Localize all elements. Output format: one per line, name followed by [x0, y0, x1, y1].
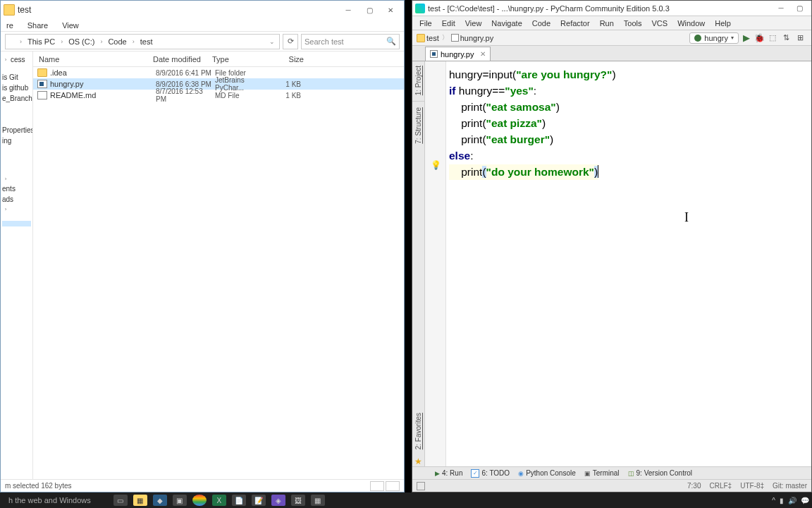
- file-row[interactable]: README.md8/7/2016 12:53 PMMD File1 KB: [33, 90, 404, 101]
- app-icon[interactable]: 📄: [232, 495, 246, 506]
- network-icon[interactable]: ▮: [780, 497, 784, 504]
- minimize-button[interactable]: ─: [338, 3, 359, 17]
- view-details-icon[interactable]: [370, 481, 384, 491]
- system-tray[interactable]: ^ ▮ 🔊 💬: [772, 497, 809, 504]
- maximize-button[interactable]: ▢: [790, 2, 808, 15]
- nav-item-selected[interactable]: [2, 221, 31, 226]
- nav-item[interactable]: Properties: [2, 125, 31, 135]
- menu-code[interactable]: Code: [528, 18, 555, 29]
- nav-item[interactable]: ents: [2, 183, 31, 194]
- todo-tool[interactable]: 6: TODO: [471, 469, 510, 478]
- windows-taskbar[interactable]: h the web and Windows ▭ ▦ ◆ ▣ X 📄 📝 ◈ 🖼 …: [0, 492, 812, 508]
- project-tool[interactable]: 1: Project: [414, 61, 422, 99]
- close-tab-icon[interactable]: ✕: [480, 50, 486, 58]
- nav-item[interactable]: ›cess: [2, 54, 31, 65]
- editor-tab[interactable]: hungry.py ✕: [425, 47, 491, 61]
- chevron-right-icon[interactable]: ›: [131, 38, 136, 45]
- nav-item[interactable]: e_Branch: [2, 93, 31, 104]
- col-date[interactable]: Date modified: [153, 55, 212, 64]
- taskbar-search[interactable]: h the web and Windows: [3, 496, 97, 504]
- status-tool-icon[interactable]: [417, 482, 425, 490]
- breadcrumb-file[interactable]: hungry.py: [451, 34, 494, 42]
- search-icon[interactable]: ⊞: [797, 33, 807, 43]
- breadcrumb-project[interactable]: test: [417, 34, 439, 42]
- col-type[interactable]: Type: [212, 55, 269, 64]
- chevron-right-icon[interactable]: ›: [18, 38, 23, 45]
- menu-view[interactable]: View: [461, 18, 486, 29]
- search-icon: 🔍: [386, 37, 396, 46]
- navigation-pane[interactable]: ›cess is Git is github e_Branch Properti…: [1, 52, 33, 479]
- nav-item[interactable]: ing: [2, 135, 31, 146]
- breadcrumb-seg[interactable]: OS (C:): [66, 36, 97, 47]
- dropdown-icon[interactable]: ⌄: [268, 38, 276, 45]
- excel-icon[interactable]: X: [212, 495, 226, 506]
- git-branch[interactable]: Git: master: [773, 482, 807, 490]
- file-row[interactable]: hungry.py8/9/2016 6:38 PMJetBrains PyCha…: [33, 78, 404, 90]
- terminal-tool[interactable]: Terminal: [584, 469, 620, 477]
- breadcrumb-seg[interactable]: Code: [105, 36, 129, 47]
- intention-bulb-icon[interactable]: 💡: [431, 160, 441, 170]
- nav-item[interactable]: ›: [2, 205, 31, 214]
- search-input[interactable]: Search test 🔍: [301, 34, 400, 49]
- app-icon[interactable]: ◈: [271, 495, 285, 506]
- col-size[interactable]: Size: [269, 55, 304, 64]
- nav-item[interactable]: is Git: [2, 72, 31, 83]
- nav-item[interactable]: is github: [2, 83, 31, 93]
- breadcrumb-seg[interactable]: test: [137, 36, 156, 47]
- nav-item[interactable]: ›: [2, 174, 31, 183]
- volume-icon[interactable]: 🔊: [788, 497, 796, 504]
- app-icon[interactable]: ▣: [173, 495, 187, 506]
- menu-refactor[interactable]: Refactor: [556, 18, 594, 29]
- address-bar[interactable]: › This PC › OS (C:) › Code › test ⌄: [5, 34, 280, 49]
- menu-navigate[interactable]: Navigate: [487, 18, 526, 29]
- refresh-button[interactable]: ⟳: [283, 34, 298, 49]
- python-console-tool[interactable]: Python Console: [518, 469, 576, 477]
- file-encoding[interactable]: UTF-8‡: [740, 482, 764, 490]
- line-separator[interactable]: CRLF‡: [710, 482, 732, 490]
- ribbon-tab[interactable]: Share: [27, 21, 48, 30]
- explorer-titlebar[interactable]: test ─ ▢ ✕: [1, 1, 404, 19]
- editor-area[interactable]: 💡 hungry=input("are you hungry?") if hun…: [425, 61, 811, 466]
- coverage-icon[interactable]: ⬚: [769, 33, 779, 43]
- version-control-tool[interactable]: 9: Version Control: [628, 469, 693, 477]
- pycharm-titlebar[interactable]: test - [C:\Code\test] - ...\hungry.py - …: [412, 1, 811, 16]
- menu-file[interactable]: File: [415, 18, 436, 29]
- update-icon[interactable]: ⇅: [783, 33, 793, 43]
- minimize-button[interactable]: ─: [772, 2, 790, 15]
- structure-tool[interactable]: 7: Structure: [414, 103, 422, 148]
- ribbon-tab[interactable]: re: [6, 21, 13, 30]
- ribbon-tab[interactable]: View: [62, 21, 79, 30]
- notifications-icon[interactable]: 💬: [801, 497, 809, 504]
- run-tool[interactable]: 4: Run: [435, 469, 462, 477]
- task-view-icon[interactable]: ▭: [113, 495, 128, 506]
- debug-button[interactable]: 🐞: [754, 33, 765, 43]
- gutter[interactable]: 💡: [425, 61, 446, 466]
- menu-vcs[interactable]: VCS: [648, 18, 672, 29]
- menu-help[interactable]: Help: [710, 18, 735, 29]
- breadcrumb-seg[interactable]: This PC: [25, 36, 58, 47]
- menu-edit[interactable]: Edit: [438, 18, 460, 29]
- run-button[interactable]: ▶: [743, 32, 750, 43]
- bottom-tool-strip: 4: Run 6: TODO Python Console Terminal 9…: [412, 466, 811, 479]
- file-explorer-icon[interactable]: ▦: [133, 495, 147, 506]
- favorites-tool[interactable]: 2: Favorites: [414, 409, 422, 454]
- chevron-right-icon[interactable]: ›: [99, 38, 104, 45]
- chevron-right-icon[interactable]: ›: [59, 38, 64, 45]
- view-large-icon[interactable]: [386, 481, 400, 491]
- run-config-selector[interactable]: hungry: [689, 32, 739, 44]
- code-editor[interactable]: hungry=input("are you hungry?") if hungr…: [446, 61, 811, 466]
- col-name[interactable]: Name: [33, 55, 153, 64]
- menu-window[interactable]: Window: [673, 18, 709, 29]
- photos-icon[interactable]: 🖼: [291, 495, 305, 506]
- pycharm-icon[interactable]: ◆: [153, 495, 167, 506]
- nav-item[interactable]: ads: [2, 194, 31, 205]
- chrome-icon[interactable]: [192, 495, 207, 506]
- menu-run[interactable]: Run: [596, 18, 618, 29]
- menu-tools[interactable]: Tools: [620, 18, 646, 29]
- tray-overflow-icon[interactable]: ^: [772, 497, 775, 504]
- close-button[interactable]: ✕: [380, 3, 401, 17]
- caret-position[interactable]: 7:30: [687, 482, 701, 490]
- app-icon[interactable]: 📝: [252, 495, 266, 506]
- maximize-button[interactable]: ▢: [359, 3, 380, 17]
- app-icon[interactable]: ▦: [311, 495, 325, 506]
